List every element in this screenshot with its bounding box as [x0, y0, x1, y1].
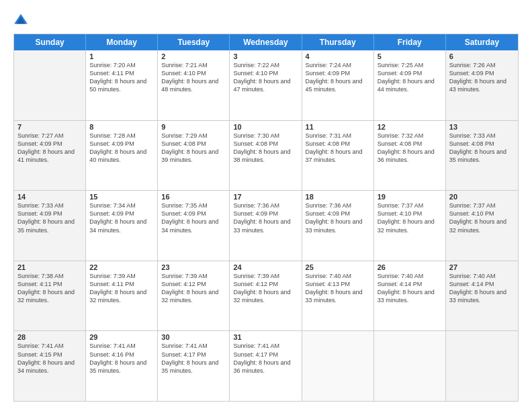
day-number: 30: [161, 333, 226, 341]
calendar-cell: 11Sunrise: 7:31 AM Sunset: 4:08 PM Dayli…: [302, 121, 374, 191]
day-number: 19: [378, 193, 442, 201]
calendar-cell: 2Sunrise: 7:21 AM Sunset: 4:10 PM Daylig…: [158, 50, 230, 120]
calendar-cell: 13Sunrise: 7:33 AM Sunset: 4:08 PM Dayli…: [446, 121, 518, 191]
calendar-cell: 12Sunrise: 7:32 AM Sunset: 4:08 PM Dayli…: [374, 121, 446, 191]
cell-info: Sunrise: 7:39 AM Sunset: 4:12 PM Dayligh…: [161, 272, 226, 305]
day-number: 29: [89, 333, 154, 341]
day-number: 14: [17, 193, 82, 201]
cell-info: Sunrise: 7:32 AM Sunset: 4:08 PM Dayligh…: [378, 132, 442, 165]
calendar-cell: [14, 50, 86, 120]
logo-icon: [13, 12, 28, 27]
day-number: 10: [233, 123, 298, 131]
calendar-cell: 28Sunrise: 7:41 AM Sunset: 4:15 PM Dayli…: [14, 331, 86, 401]
calendar-cell: 26Sunrise: 7:40 AM Sunset: 4:14 PM Dayli…: [374, 261, 446, 331]
day-number: 24: [233, 263, 298, 271]
calendar-cell: 24Sunrise: 7:39 AM Sunset: 4:12 PM Dayli…: [230, 261, 302, 331]
day-number: 7: [17, 123, 82, 131]
calendar-row: 21Sunrise: 7:38 AM Sunset: 4:11 PM Dayli…: [14, 261, 518, 331]
day-number: 8: [89, 123, 154, 131]
calendar-cell: [302, 331, 374, 401]
calendar-body: 1Sunrise: 7:20 AM Sunset: 4:11 PM Daylig…: [14, 50, 518, 401]
calendar-header: SundayMondayTuesdayWednesdayThursdayFrid…: [14, 34, 518, 50]
cell-info: Sunrise: 7:37 AM Sunset: 4:10 PM Dayligh…: [449, 201, 515, 234]
cell-info: Sunrise: 7:27 AM Sunset: 4:09 PM Dayligh…: [17, 132, 82, 165]
calendar-cell: 8Sunrise: 7:28 AM Sunset: 4:09 PM Daylig…: [86, 121, 158, 191]
cell-info: Sunrise: 7:30 AM Sunset: 4:08 PM Dayligh…: [233, 132, 298, 165]
calendar-cell: 27Sunrise: 7:40 AM Sunset: 4:14 PM Dayli…: [446, 261, 518, 331]
calendar-cell: 10Sunrise: 7:30 AM Sunset: 4:08 PM Dayli…: [230, 121, 302, 191]
day-number: 26: [378, 263, 442, 271]
day-number: 22: [89, 263, 154, 271]
cell-info: Sunrise: 7:31 AM Sunset: 4:08 PM Dayligh…: [306, 132, 370, 165]
calendar-cell: 30Sunrise: 7:41 AM Sunset: 4:17 PM Dayli…: [158, 331, 230, 401]
day-number: 23: [161, 263, 226, 271]
calendar-row: 28Sunrise: 7:41 AM Sunset: 4:15 PM Dayli…: [14, 330, 518, 401]
header: [13, 12, 519, 27]
calendar-cell: 19Sunrise: 7:37 AM Sunset: 4:10 PM Dayli…: [374, 191, 446, 261]
calendar-cell: 20Sunrise: 7:37 AM Sunset: 4:10 PM Dayli…: [446, 191, 518, 261]
day-number: 11: [306, 123, 370, 131]
calendar-cell: 7Sunrise: 7:27 AM Sunset: 4:09 PM Daylig…: [14, 121, 86, 191]
day-number: 27: [449, 263, 515, 271]
calendar-cell: 29Sunrise: 7:41 AM Sunset: 4:16 PM Dayli…: [86, 331, 158, 401]
cell-info: Sunrise: 7:20 AM Sunset: 4:11 PM Dayligh…: [89, 61, 154, 94]
calendar-cell: 31Sunrise: 7:41 AM Sunset: 4:17 PM Dayli…: [230, 331, 302, 401]
calendar-cell: 1Sunrise: 7:20 AM Sunset: 4:11 PM Daylig…: [86, 50, 158, 120]
calendar-row: 7Sunrise: 7:27 AM Sunset: 4:09 PM Daylig…: [14, 120, 518, 191]
day-number: 16: [161, 193, 226, 201]
calendar-cell: 15Sunrise: 7:34 AM Sunset: 4:09 PM Dayli…: [86, 191, 158, 261]
cell-info: Sunrise: 7:41 AM Sunset: 4:17 PM Dayligh…: [161, 342, 226, 375]
header-day-saturday: Saturday: [446, 34, 518, 50]
page: SundayMondayTuesdayWednesdayThursdayFrid…: [0, 0, 532, 411]
cell-info: Sunrise: 7:26 AM Sunset: 4:09 PM Dayligh…: [449, 61, 515, 94]
day-number: 3: [233, 52, 298, 60]
day-number: 1: [89, 52, 154, 60]
calendar-cell: 5Sunrise: 7:25 AM Sunset: 4:09 PM Daylig…: [374, 50, 446, 120]
day-number: 17: [233, 193, 298, 201]
cell-info: Sunrise: 7:33 AM Sunset: 4:09 PM Dayligh…: [17, 201, 82, 234]
cell-info: Sunrise: 7:40 AM Sunset: 4:14 PM Dayligh…: [378, 272, 442, 305]
day-number: 21: [17, 263, 82, 271]
cell-info: Sunrise: 7:28 AM Sunset: 4:09 PM Dayligh…: [89, 132, 154, 165]
cell-info: Sunrise: 7:41 AM Sunset: 4:16 PM Dayligh…: [89, 342, 154, 375]
calendar-cell: [446, 331, 518, 401]
header-day-wednesday: Wednesday: [230, 34, 302, 50]
cell-info: Sunrise: 7:25 AM Sunset: 4:09 PM Dayligh…: [378, 61, 442, 94]
cell-info: Sunrise: 7:40 AM Sunset: 4:14 PM Dayligh…: [449, 272, 515, 305]
calendar-cell: 14Sunrise: 7:33 AM Sunset: 4:09 PM Dayli…: [14, 191, 86, 261]
calendar-cell: 6Sunrise: 7:26 AM Sunset: 4:09 PM Daylig…: [446, 50, 518, 120]
cell-info: Sunrise: 7:39 AM Sunset: 4:12 PM Dayligh…: [233, 272, 298, 305]
day-number: 28: [17, 333, 82, 341]
calendar-cell: [374, 331, 446, 401]
cell-info: Sunrise: 7:36 AM Sunset: 4:09 PM Dayligh…: [233, 201, 298, 234]
day-number: 15: [89, 193, 154, 201]
calendar-cell: 9Sunrise: 7:29 AM Sunset: 4:08 PM Daylig…: [158, 121, 230, 191]
cell-info: Sunrise: 7:36 AM Sunset: 4:09 PM Dayligh…: [306, 201, 370, 234]
calendar-cell: 23Sunrise: 7:39 AM Sunset: 4:12 PM Dayli…: [158, 261, 230, 331]
calendar-cell: 16Sunrise: 7:35 AM Sunset: 4:09 PM Dayli…: [158, 191, 230, 261]
cell-info: Sunrise: 7:24 AM Sunset: 4:09 PM Dayligh…: [306, 61, 370, 94]
cell-info: Sunrise: 7:33 AM Sunset: 4:08 PM Dayligh…: [449, 132, 515, 165]
day-number: 4: [306, 52, 370, 60]
header-day-friday: Friday: [374, 34, 446, 50]
day-number: 5: [378, 52, 442, 60]
day-number: 12: [378, 123, 442, 131]
calendar-cell: 3Sunrise: 7:22 AM Sunset: 4:10 PM Daylig…: [230, 50, 302, 120]
day-number: 2: [161, 52, 226, 60]
day-number: 13: [449, 123, 515, 131]
calendar-cell: 22Sunrise: 7:39 AM Sunset: 4:11 PM Dayli…: [86, 261, 158, 331]
day-number: 6: [449, 52, 515, 60]
cell-info: Sunrise: 7:37 AM Sunset: 4:10 PM Dayligh…: [378, 201, 442, 234]
cell-info: Sunrise: 7:39 AM Sunset: 4:11 PM Dayligh…: [89, 272, 154, 305]
calendar-row: 1Sunrise: 7:20 AM Sunset: 4:11 PM Daylig…: [14, 50, 518, 120]
cell-info: Sunrise: 7:34 AM Sunset: 4:09 PM Dayligh…: [89, 201, 154, 234]
cell-info: Sunrise: 7:40 AM Sunset: 4:13 PM Dayligh…: [306, 272, 370, 305]
cell-info: Sunrise: 7:29 AM Sunset: 4:08 PM Dayligh…: [161, 132, 226, 165]
header-day-tuesday: Tuesday: [158, 34, 230, 50]
header-day-sunday: Sunday: [14, 34, 86, 50]
header-day-thursday: Thursday: [302, 34, 374, 50]
cell-info: Sunrise: 7:22 AM Sunset: 4:10 PM Dayligh…: [233, 61, 298, 94]
calendar-cell: 18Sunrise: 7:36 AM Sunset: 4:09 PM Dayli…: [302, 191, 374, 261]
day-number: 20: [449, 193, 515, 201]
cell-info: Sunrise: 7:21 AM Sunset: 4:10 PM Dayligh…: [161, 61, 226, 94]
